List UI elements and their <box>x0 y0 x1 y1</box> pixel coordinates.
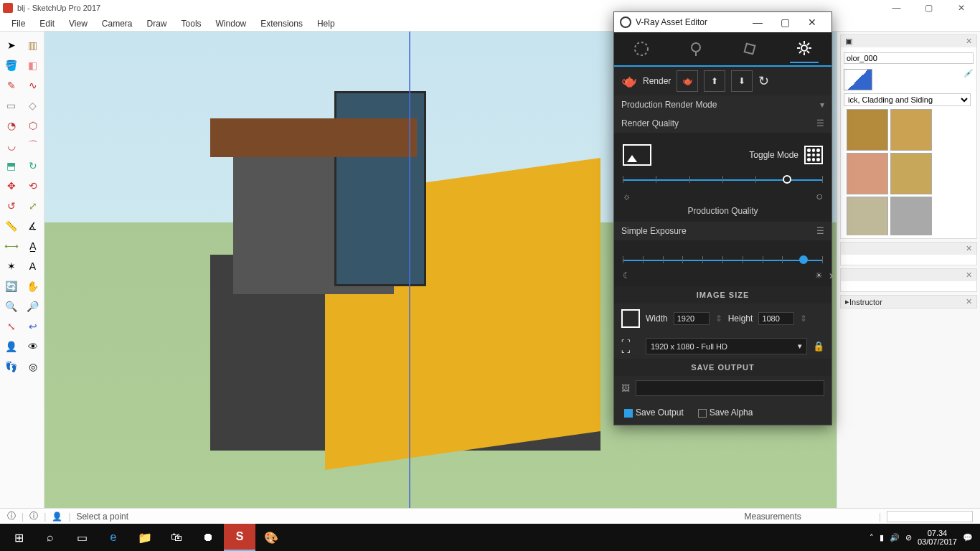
width-field[interactable] <box>674 312 710 325</box>
tape-icon[interactable]: 📏 <box>2 217 21 235</box>
section-icon[interactable]: ◎ <box>24 357 42 376</box>
rectangle-icon[interactable]: ▭ <box>2 96 21 115</box>
menu-help[interactable]: Help <box>310 17 342 30</box>
menu-camera[interactable]: Camera <box>95 17 140 30</box>
explorer-icon[interactable]: 📁 <box>129 524 161 551</box>
arc2-icon[interactable]: ⌒ <box>24 136 42 155</box>
geometry-tab-icon[interactable] <box>735 34 764 63</box>
move-icon[interactable]: ✥ <box>2 176 21 195</box>
start-button[interactable]: ⊞ <box>3 524 34 551</box>
import-icon[interactable]: ⬇ <box>731 70 753 92</box>
notifications-icon[interactable]: 💬 <box>963 533 973 542</box>
render-button[interactable]: Render <box>643 76 671 86</box>
expand-icon[interactable]: › <box>829 269 833 282</box>
arc-icon[interactable]: ◡ <box>2 136 21 155</box>
vray-titlebar[interactable]: V-Ray Asset Editor — ▢ ✕ <box>614 12 831 32</box>
measurements-field[interactable] <box>887 511 973 522</box>
menu-file[interactable]: File <box>4 17 32 30</box>
store-icon[interactable]: 🛍 <box>161 524 192 551</box>
menu-extensions[interactable]: Extensions <box>253 17 310 30</box>
interactive-render-icon[interactable]: 🫖 <box>677 70 698 92</box>
volume-icon[interactable]: 🔊 <box>890 533 900 542</box>
save-alpha-checkbox[interactable]: Save Alpha <box>698 408 753 418</box>
text-icon[interactable]: A̲ <box>24 237 42 255</box>
vray-minimize-button[interactable]: — <box>744 17 771 28</box>
menu-edit[interactable]: Edit <box>32 17 62 30</box>
search-icon[interactable]: ⌕ <box>34 524 66 551</box>
close-icon[interactable]: ✕ <box>966 37 972 46</box>
pushpull-icon[interactable]: ⬒ <box>2 156 21 175</box>
swatch[interactable] <box>847 153 888 194</box>
close-icon[interactable]: ✕ <box>966 270 972 280</box>
network-icon[interactable]: ⊘ <box>905 533 912 542</box>
polygon-icon[interactable]: ⬡ <box>24 116 42 135</box>
quality-slider[interactable] <box>623 173 823 187</box>
exposure-head[interactable]: Simple Exposure ☰ <box>614 222 831 240</box>
sketchup-taskbar-icon[interactable]: S <box>224 524 255 551</box>
paint-icon[interactable]: 🎨 <box>255 524 287 551</box>
make-component-icon[interactable]: ▥ <box>24 36 42 55</box>
menu-draw[interactable]: Draw <box>140 17 174 30</box>
offset-icon[interactable]: ⟲ <box>24 176 42 195</box>
rotated-rect-icon[interactable]: ◇ <box>24 96 42 115</box>
resolution-preset-select[interactable]: 1920 x 1080 - Full HD ▾ <box>646 338 807 354</box>
clock[interactable]: 07.34 03/07/2017 <box>918 529 957 546</box>
close-icon[interactable]: ✕ <box>966 244 972 253</box>
look-around-icon[interactable]: 👁 <box>24 337 42 356</box>
swatch[interactable] <box>890 197 932 235</box>
instructor-panel[interactable]: ▸ Instructor✕ <box>840 295 977 309</box>
followme-icon[interactable]: ↻ <box>24 156 42 175</box>
prev-view-icon[interactable]: ↩ <box>24 317 42 336</box>
dimension-icon[interactable]: ⟷ <box>2 237 21 255</box>
teapot-icon[interactable]: 🫖 <box>621 73 637 89</box>
info-icon2[interactable]: ⓘ <box>29 510 38 522</box>
edge-icon[interactable]: e <box>98 524 129 551</box>
person-icon[interactable]: 👤 <box>52 512 62 522</box>
lock-icon[interactable]: 🔒 <box>813 341 824 352</box>
info-icon[interactable]: ⓘ <box>7 510 16 522</box>
protractor-icon[interactable]: ∡ <box>24 217 42 235</box>
settings-tab-icon[interactable] <box>790 34 819 63</box>
aspect-lock-icon[interactable] <box>621 309 640 328</box>
close-button[interactable]: ✕ <box>945 1 977 15</box>
vray-close-button[interactable]: ✕ <box>798 17 826 28</box>
task-view-icon[interactable]: ▭ <box>66 524 98 551</box>
select-tool-icon[interactable]: ➤ <box>2 36 21 55</box>
rotate-icon[interactable]: ↺ <box>2 197 21 215</box>
position-camera-icon[interactable]: 👤 <box>2 337 21 356</box>
minimize-button[interactable]: — <box>880 1 913 15</box>
swatch[interactable] <box>890 109 932 151</box>
menu-view[interactable]: View <box>62 17 95 30</box>
render-mode-select[interactable]: Production Render Mode ▾ <box>614 95 831 114</box>
bucket-mode-icon[interactable] <box>804 146 823 164</box>
battery-icon[interactable]: ▮ <box>880 533 884 542</box>
zoom-icon[interactable]: 🔍 <box>2 297 21 316</box>
vray-asset-editor[interactable]: V-Ray Asset Editor — ▢ ✕ 🫖 Render 🫖 ⬆ ⬇ … <box>613 11 832 425</box>
reset-icon[interactable]: ↻ <box>758 73 769 89</box>
3dtext-icon[interactable]: A <box>24 257 42 276</box>
materials-panel-head[interactable]: ▣✕ <box>841 35 976 47</box>
scale-icon[interactable]: ⤢ <box>24 197 42 215</box>
orbit-icon[interactable]: 🔄 <box>2 277 21 296</box>
output-path-field[interactable] <box>636 380 824 396</box>
image-mode-icon[interactable] <box>623 144 651 166</box>
pencil-icon[interactable]: ✎ <box>2 76 21 95</box>
material-category-select[interactable]: ick, Cladding and Siding <box>844 93 971 106</box>
height-field[interactable] <box>758 312 794 325</box>
circle-icon[interactable]: ◔ <box>2 116 21 135</box>
eraser-icon[interactable]: ◧ <box>24 56 42 75</box>
pan-icon[interactable]: ✋ <box>24 277 42 296</box>
image-file-icon[interactable]: 🖼 <box>621 383 630 393</box>
swatch[interactable] <box>890 153 932 194</box>
menu-tools[interactable]: Tools <box>174 17 209 30</box>
save-output-checkbox[interactable]: Save Output <box>624 408 684 418</box>
close-icon[interactable]: ✕ <box>966 297 972 306</box>
walk-icon[interactable]: 👣 <box>2 357 21 376</box>
exposure-slider[interactable] <box>623 253 823 268</box>
zoom-extents-icon[interactable]: ⤡ <box>2 317 21 336</box>
paint-bucket-icon[interactable]: 🪣 <box>2 56 21 75</box>
export-icon[interactable]: ⬆ <box>704 70 725 92</box>
axes-icon[interactable]: ✶ <box>2 257 21 276</box>
render-quality-head[interactable]: Render Quality ☰ <box>614 114 831 133</box>
swatch[interactable] <box>847 197 888 235</box>
